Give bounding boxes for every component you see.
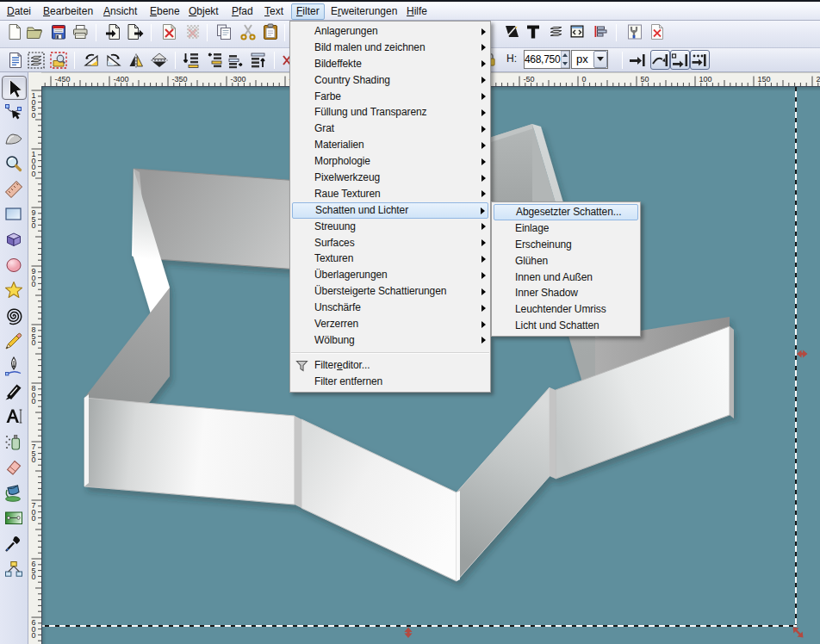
svg-text:0: 0	[582, 75, 587, 84]
svg-text:1000: 1000	[32, 150, 36, 178]
svg-text:50: 50	[641, 75, 649, 84]
svg-text:200: 200	[817, 75, 820, 84]
svg-text:900: 900	[32, 267, 36, 288]
svg-text:750: 750	[32, 443, 36, 464]
svg-text:-50: -50	[524, 75, 535, 84]
svg-text:850: 850	[32, 325, 36, 347]
svg-text:950: 950	[32, 208, 36, 230]
svg-text:650: 650	[32, 560, 36, 581]
svg-text:100: 100	[699, 75, 712, 84]
svg-text:800: 800	[32, 384, 36, 406]
svg-text:-350: -350	[172, 75, 188, 84]
svg-text:700: 700	[32, 501, 36, 523]
svg-text:1050: 1050	[32, 91, 36, 120]
svg-text:600: 600	[32, 618, 36, 640]
svg-text:150: 150	[758, 75, 771, 84]
svg-text:-400: -400	[114, 75, 129, 84]
svg-text:-300: -300	[231, 75, 246, 84]
svg-text:-450: -450	[55, 75, 71, 84]
